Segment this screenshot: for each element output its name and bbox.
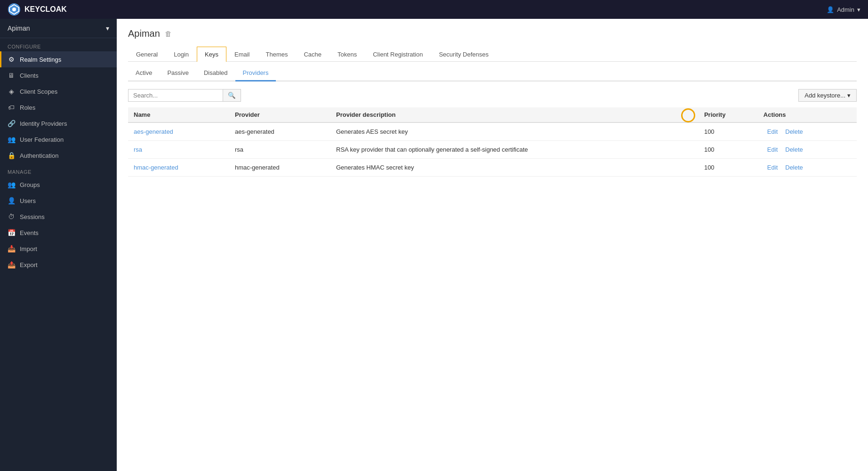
cell-name: hmac-generated xyxy=(128,159,229,177)
edit-button[interactable]: Edit xyxy=(764,145,781,154)
clients-icon: 🖥 xyxy=(8,72,15,79)
add-keystore-button[interactable]: Add keystore... ▾ xyxy=(798,89,857,102)
user-name: Admin xyxy=(837,6,854,13)
cell-description: Generates HMAC secret key xyxy=(330,159,699,177)
cell-priority: 100 xyxy=(699,159,758,177)
sidebar-item-roles[interactable]: 🏷 Roles xyxy=(0,99,117,115)
tab-login[interactable]: Login xyxy=(166,47,197,62)
cell-name: aes-generated xyxy=(128,122,229,141)
tab-keys[interactable]: Keys xyxy=(197,47,226,62)
sidebar-item-import[interactable]: 📥 Import xyxy=(0,241,117,257)
sidebar-item-groups[interactable]: 👥 Groups xyxy=(0,177,117,193)
tab-themes[interactable]: Themes xyxy=(257,47,296,62)
user-menu[interactable]: 👤 Admin ▾ xyxy=(827,6,860,13)
cell-provider: rsa xyxy=(229,141,330,159)
cell-actions: EditDelete xyxy=(758,122,857,141)
toolbar: 🔍 Add keystore... ▾ xyxy=(128,89,857,102)
add-keystore-label: Add keystore... xyxy=(804,92,845,99)
cell-provider: aes-generated xyxy=(229,122,330,141)
sidebar-item-identity-providers[interactable]: 🔗 Identity Providers xyxy=(0,115,117,131)
cell-priority: 100 xyxy=(699,141,758,159)
import-icon: 📥 xyxy=(8,245,15,252)
subtabs: Active Passive Disabled Providers xyxy=(128,65,857,81)
groups-icon: 👥 xyxy=(8,181,15,188)
sidebar-label-users: Users xyxy=(20,197,36,204)
cell-actions: EditDelete xyxy=(758,159,857,177)
table-row: aes-generatedaes-generatedGenerates AES … xyxy=(128,122,857,141)
sidebar-label-authentication: Authentication xyxy=(20,152,58,159)
sidebar-item-events[interactable]: 📅 Events xyxy=(0,225,117,241)
sidebar-label-sessions: Sessions xyxy=(20,213,45,220)
brand-logo: KEYCLOAK xyxy=(8,3,67,16)
tab-tokens[interactable]: Tokens xyxy=(330,47,365,62)
main-content: Apiman 🗑 General Login Keys Email Themes… xyxy=(117,19,868,471)
tab-client-registration[interactable]: Client Registration xyxy=(365,47,431,62)
cell-provider: hmac-generated xyxy=(229,159,330,177)
sidebar-label-events: Events xyxy=(20,229,39,236)
tab-cache[interactable]: Cache xyxy=(296,47,330,62)
sidebar-label-user-federation: User Federation xyxy=(20,136,64,143)
tab-email[interactable]: Email xyxy=(226,47,258,62)
configure-section-label: Configure xyxy=(0,38,117,51)
cell-description: RSA key provider that can optionally gen… xyxy=(330,141,699,159)
delete-button[interactable]: Delete xyxy=(781,127,807,137)
sidebar-item-authentication[interactable]: 🔒 Authentication xyxy=(0,147,117,163)
search-button[interactable]: 🔍 xyxy=(223,89,241,101)
sidebar-label-identity-providers: Identity Providers xyxy=(20,120,67,127)
sidebar-item-users[interactable]: 👤 Users xyxy=(0,193,117,209)
user-chevron-icon: ▾ xyxy=(857,6,860,13)
cell-name: rsa xyxy=(128,141,229,159)
delete-realm-icon[interactable]: 🗑 xyxy=(165,30,172,38)
delete-button[interactable]: Delete xyxy=(781,162,807,172)
sidebar-item-sessions[interactable]: ⏱ Sessions xyxy=(0,209,117,225)
provider-name-link[interactable]: rsa xyxy=(134,146,142,153)
cell-priority: 100 xyxy=(699,122,758,141)
cell-actions: EditDelete xyxy=(758,141,857,159)
sidebar-label-groups: Groups xyxy=(20,181,40,188)
edit-button[interactable]: Edit xyxy=(764,162,781,172)
user-federation-icon: 👥 xyxy=(8,136,15,143)
sidebar-label-client-scopes: Client Scopes xyxy=(20,88,57,95)
sidebar-label-roles: Roles xyxy=(20,104,35,111)
svg-point-2 xyxy=(12,8,16,11)
subtab-active[interactable]: Active xyxy=(128,65,160,81)
table-header-row: Name Provider Provider description Prior… xyxy=(128,107,857,122)
col-name: Name xyxy=(128,107,229,122)
delete-button[interactable]: Delete xyxy=(781,145,807,154)
user-icon: 👤 xyxy=(827,6,834,13)
sidebar-item-clients[interactable]: 🖥 Clients xyxy=(0,67,117,83)
sidebar-item-realm-settings[interactable]: ⚙ Realm Settings xyxy=(0,51,117,67)
sidebar-item-user-federation[interactable]: 👥 User Federation xyxy=(0,131,117,147)
realm-name: Apiman xyxy=(8,24,30,32)
sidebar-label-clients: Clients xyxy=(20,72,39,79)
search-box: 🔍 xyxy=(128,89,241,102)
subtab-disabled[interactable]: Disabled xyxy=(196,65,235,81)
tab-general[interactable]: General xyxy=(128,47,166,62)
users-icon: 👤 xyxy=(8,197,15,204)
manage-section-label: Manage xyxy=(0,163,117,177)
events-icon: 📅 xyxy=(8,229,15,236)
provider-name-link[interactable]: aes-generated xyxy=(134,128,173,135)
table-row: hmac-generatedhmac-generatedGenerates HM… xyxy=(128,159,857,177)
col-provider: Provider xyxy=(229,107,330,122)
sidebar-item-export[interactable]: 📤 Export xyxy=(0,257,117,273)
providers-table: Name Provider Provider description Prior… xyxy=(128,107,857,177)
brand-text: KEYCLOAK xyxy=(24,5,67,14)
sidebar-item-client-scopes[interactable]: ◈ Client Scopes xyxy=(0,83,117,99)
tab-security-defenses[interactable]: Security Defenses xyxy=(431,47,497,62)
add-keystore-chevron-icon: ▾ xyxy=(847,92,851,99)
authentication-icon: 🔒 xyxy=(8,152,15,159)
col-description: Provider description xyxy=(330,107,699,122)
edit-button[interactable]: Edit xyxy=(764,127,781,137)
realm-chevron-icon: ▾ xyxy=(106,24,109,32)
page-header: Apiman 🗑 xyxy=(128,28,857,39)
page-title: Apiman xyxy=(128,28,160,39)
sidebar: Apiman ▾ Configure ⚙ Realm Settings 🖥 Cl… xyxy=(0,19,117,471)
realm-selector[interactable]: Apiman ▾ xyxy=(0,19,117,38)
main-layout: Apiman ▾ Configure ⚙ Realm Settings 🖥 Cl… xyxy=(0,19,868,471)
roles-icon: 🏷 xyxy=(8,104,15,111)
subtab-providers[interactable]: Providers xyxy=(235,65,276,81)
subtab-passive[interactable]: Passive xyxy=(160,65,196,81)
provider-name-link[interactable]: hmac-generated xyxy=(134,164,178,171)
search-input[interactable] xyxy=(129,89,223,101)
